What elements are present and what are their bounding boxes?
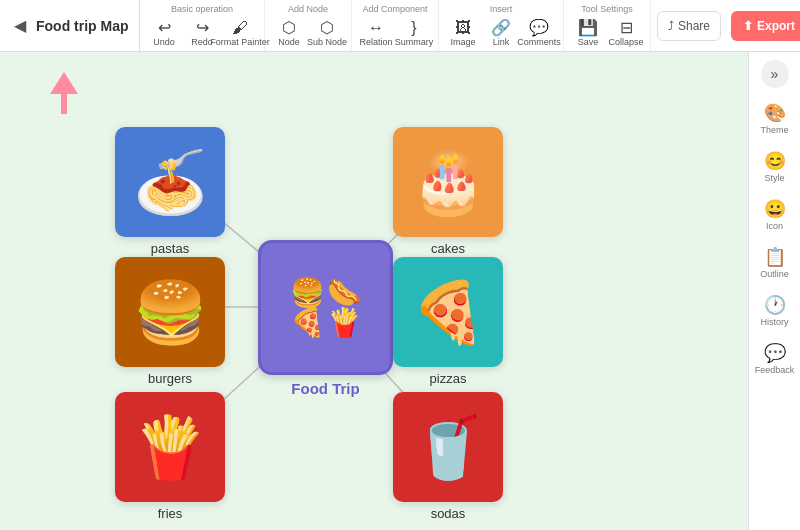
link-icon: 🔗 [491,20,511,36]
insert-group: Insert 🖼 Image 🔗 Link 💬 Comments [439,0,564,51]
relation-icon: ↔ [368,20,384,36]
sidebar-item-feedback[interactable]: 💬 Feedback [753,336,797,380]
sodas-label: sodas [431,506,466,521]
insert-label: Insert [490,4,513,14]
redo-icon: ↪ [196,20,209,36]
center-emoji-burger: 🍔 [290,279,325,307]
collapse-button[interactable]: ⊟ Collapse [608,16,644,50]
pastas-emoji: 🍝 [133,147,208,218]
center-emoji-hotdog: 🌭 [327,279,362,307]
add-component-label: Add Component [362,4,427,14]
sub-node-icon: ⬡ [320,20,334,36]
format-painter-icon: 🖌 [232,20,248,36]
feedback-label: Feedback [755,365,795,375]
link-button[interactable]: 🔗 Link [483,16,519,50]
comments-button[interactable]: 💬 Comments [521,16,557,50]
center-label: Food Trip [291,380,359,397]
node-fries[interactable]: 🍟 fries [115,392,225,521]
back-button[interactable]: ◀ [10,16,30,36]
collapse-icon: ⊟ [620,20,633,36]
arrow-indicator [50,72,78,114]
image-icon: 🖼 [455,20,471,36]
undo-icon: ↩ [158,20,171,36]
cakes-emoji: 🎂 [411,147,486,218]
undo-button[interactable]: ↩ Undo [146,16,182,50]
history-icon: 🕐 [764,294,786,316]
pastas-label: pastas [151,241,189,256]
sidebar-item-icon[interactable]: 😀 Icon [753,192,797,236]
title-area: ◀ Food trip Map [0,0,140,51]
theme-label: Theme [760,125,788,135]
sidebar-item-style[interactable]: 😊 Style [753,144,797,188]
node-sodas[interactable]: 🥤 sodas [393,392,503,521]
sodas-card: 🥤 [393,392,503,502]
share-label: Share [678,19,710,33]
node-icon: ⬡ [282,20,296,36]
save-button[interactable]: 💾 Save [570,16,606,50]
sidebar-item-history[interactable]: 🕐 History [753,288,797,332]
theme-icon: 🎨 [764,102,786,124]
arrow-shaft [61,94,67,114]
style-icon: 😊 [764,150,786,172]
toolbar: ◀ Food trip Map Basic operation ↩ Undo ↪… [0,0,800,52]
pizzas-card: 🍕 [393,257,503,367]
canvas[interactable]: 🍔 🌭 🍕 🍟 Food Trip 🍝 pastas 🎂 cakes [0,52,748,530]
tool-settings-group: Tool Settings 💾 Save ⊟ Collapse [564,0,651,51]
tool-settings-label: Tool Settings [581,4,633,14]
basic-operation-group: Basic operation ↩ Undo ↪ Redo 🖌 Format P… [140,0,265,51]
add-node-group: Add Node ⬡ Node ⬡ Sub Node [265,0,352,51]
summary-button[interactable]: } Summary [396,16,432,50]
pizzas-emoji: 🍕 [411,277,486,348]
arrow-up [50,72,78,94]
comments-icon: 💬 [529,20,549,36]
feedback-icon: 💬 [764,342,786,364]
icon-icon: 😀 [764,198,786,220]
node-burgers[interactable]: 🍔 burgers [115,257,225,386]
icon-label: Icon [766,221,783,231]
share-icon: ⤴ [668,19,674,33]
sub-node-button[interactable]: ⬡ Sub Node [309,16,345,50]
summary-icon: } [411,20,416,36]
center-node[interactable]: 🍔 🌭 🍕 🍟 Food Trip [258,240,393,397]
outline-label: Outline [760,269,789,279]
node-pizzas[interactable]: 🍕 pizzas [393,257,503,386]
image-button[interactable]: 🖼 Image [445,16,481,50]
pastas-card: 🍝 [115,127,225,237]
right-sidebar: » 🎨 Theme 😊 Style 😀 Icon 📋 Outline 🕐 His… [748,52,800,530]
relation-button[interactable]: ↔ Relation [358,16,394,50]
main-layout: 🍔 🌭 🍕 🍟 Food Trip 🍝 pastas 🎂 cakes [0,52,800,530]
burgers-emoji: 🍔 [133,277,208,348]
center-emoji-pizza: 🍕 [290,309,325,337]
node-cakes[interactable]: 🎂 cakes [393,127,503,256]
fries-card: 🍟 [115,392,225,502]
history-label: History [760,317,788,327]
save-icon: 💾 [578,20,598,36]
cakes-card: 🎂 [393,127,503,237]
style-label: Style [764,173,784,183]
sidebar-collapse-button[interactable]: » [761,60,789,88]
burgers-label: burgers [148,371,192,386]
add-node-label: Add Node [288,4,328,14]
export-label: Export [757,19,795,33]
format-painter-button[interactable]: 🖌 Format Painter [222,16,258,50]
sidebar-item-outline[interactable]: 📋 Outline [753,240,797,284]
sodas-emoji: 🥤 [411,412,486,483]
center-emoji-fries: 🍟 [327,309,362,337]
add-component-group: Add Component ↔ Relation } Summary [352,0,439,51]
outline-icon: 📋 [764,246,786,268]
fries-label: fries [158,506,183,521]
export-button[interactable]: ⬆ Export [731,11,800,41]
center-card: 🍔 🌭 🍕 🍟 [258,240,393,375]
pizzas-label: pizzas [430,371,467,386]
export-icon: ⬆ [743,19,753,33]
app-title: Food trip Map [36,18,129,34]
cakes-label: cakes [431,241,465,256]
burgers-card: 🍔 [115,257,225,367]
sidebar-item-theme[interactable]: 🎨 Theme [753,96,797,140]
fries-emoji: 🍟 [133,412,208,483]
node-pastas[interactable]: 🍝 pastas [115,127,225,256]
basic-operation-label: Basic operation [171,4,233,14]
share-button[interactable]: ⤴ Share [657,11,721,41]
node-button[interactable]: ⬡ Node [271,16,307,50]
